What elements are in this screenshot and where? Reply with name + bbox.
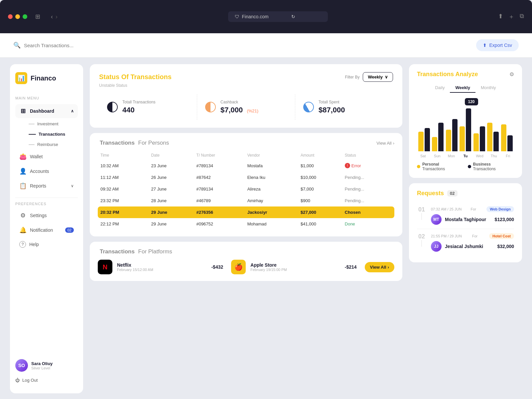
status-subtitle: Unstable Status bbox=[99, 83, 393, 88]
back-icon[interactable]: ‹ bbox=[51, 13, 53, 20]
request-amount: $32,000 bbox=[497, 244, 514, 249]
request-name: Mostafa Taghipour bbox=[445, 217, 486, 222]
export-icon: ⬆ bbox=[483, 43, 487, 48]
tx-date: 26 June bbox=[149, 172, 194, 183]
chart-tooltip: 120 bbox=[465, 98, 478, 105]
transactions-table: Time Date T/ Number Vendor Amount Status… bbox=[98, 151, 394, 230]
logout-button[interactable]: ⏻ Log Out bbox=[15, 375, 78, 385]
request-amount: $123,000 bbox=[495, 217, 514, 222]
help-icon: ? bbox=[19, 241, 26, 248]
tx-date: 29 June bbox=[149, 218, 194, 230]
stat-cashback-info: Cashback $7,000 (%21) bbox=[220, 100, 258, 114]
tx-number: #87642 bbox=[194, 172, 244, 183]
tab-weekly[interactable]: Weekly bbox=[450, 83, 475, 93]
tabs-icon[interactable]: ⧉ bbox=[520, 13, 524, 21]
chart-day-label: Sat bbox=[417, 154, 429, 158]
platform-apple: 🍎 Apple Store February 19/15:00 PM -$214 bbox=[231, 260, 356, 274]
col-time: Time bbox=[98, 151, 149, 160]
tab-daily[interactable]: Daily bbox=[430, 83, 450, 93]
sidebar-item-dashboard[interactable]: ⊞ Dashboard ∧ bbox=[15, 104, 78, 118]
stat-total-spent: Totall Spent $87,000 bbox=[295, 94, 393, 120]
minimize-button[interactable] bbox=[15, 14, 20, 19]
reimburse-label: Reimburse bbox=[37, 142, 58, 147]
apple-logo: 🍎 bbox=[231, 260, 246, 274]
requests-card: Requests 02 01 07:32 AM / 25 JUN For Web… bbox=[409, 183, 522, 262]
search-input[interactable] bbox=[24, 43, 124, 48]
tx-date: 23 June bbox=[149, 160, 194, 172]
share-icon[interactable]: ⬆ bbox=[498, 13, 503, 21]
stat-info: Totall Transactions 440 bbox=[122, 100, 155, 114]
transactions-persons-card: Transactions For Persons View All › Time… bbox=[90, 133, 402, 236]
sidebar-toggle-icon[interactable]: ⊞ bbox=[33, 12, 43, 22]
bar-group bbox=[501, 124, 513, 151]
analytics-title: Transactions Analyze bbox=[417, 71, 478, 78]
error-dot: ! bbox=[345, 163, 350, 168]
total-spent-icon bbox=[303, 102, 314, 112]
table-header-row: Transactions For Persons View All › bbox=[98, 140, 394, 146]
total-transactions-icon bbox=[107, 102, 118, 112]
tx-time: 22:12 PM bbox=[98, 218, 149, 230]
maximize-button[interactable] bbox=[23, 14, 27, 19]
view-all-persons-button[interactable]: View All › bbox=[376, 141, 394, 146]
tx-number: #789134 bbox=[194, 160, 244, 172]
chevron-reports-icon: ∨ bbox=[71, 184, 74, 188]
sidebar-item-help[interactable]: ? Help bbox=[15, 238, 78, 251]
forward-icon[interactable]: › bbox=[56, 13, 58, 20]
view-all-platforms-button[interactable]: View All › bbox=[365, 262, 394, 272]
tx-amount: $10,000 bbox=[298, 172, 342, 183]
sidebar-item-wallet[interactable]: 👛 Wallet bbox=[15, 150, 78, 164]
timeline-line bbox=[421, 213, 422, 220]
bell-icon: 🔔 bbox=[19, 226, 27, 234]
sidebar-item-accounts[interactable]: 👤 Accounts bbox=[15, 164, 78, 178]
tx-status: Done bbox=[342, 218, 394, 230]
tab-monthly[interactable]: Monthly bbox=[475, 83, 501, 93]
status-error: ! Error bbox=[345, 163, 392, 168]
sub-dot-icon bbox=[29, 124, 35, 124]
main-layout: 📊 Financo Main Menu ⊞ Dashboard ∧ Invest… bbox=[0, 58, 532, 399]
sidebar-item-notification[interactable]: 🔔 Notification 02 bbox=[15, 223, 78, 237]
sidebar-item-reports[interactable]: 📋 Reports ∨ bbox=[15, 179, 78, 193]
new-tab-icon[interactable]: ＋ bbox=[508, 13, 514, 21]
traffic-lights bbox=[8, 14, 27, 19]
export-csv-button[interactable]: ⬆ Export Csv bbox=[476, 39, 519, 51]
tx-time: 20:32 PM bbox=[98, 206, 149, 218]
search-left: 🔍 bbox=[13, 42, 124, 49]
bar-yellow bbox=[446, 130, 451, 151]
tx-status: Pending... bbox=[342, 172, 394, 183]
chart-day-label: Fri bbox=[502, 154, 514, 158]
bar-group bbox=[473, 126, 485, 151]
tx-vendor: Mohamad bbox=[245, 218, 298, 230]
sub-dot-reimburse-icon bbox=[29, 144, 35, 145]
chart-day-label: Mon bbox=[445, 154, 458, 158]
reload-icon[interactable]: ↻ bbox=[291, 14, 295, 19]
sidebar-item-reimburse[interactable]: Reimburse bbox=[26, 139, 78, 150]
chart-day-label: Thu bbox=[488, 154, 500, 158]
url-text: Financo.com bbox=[242, 14, 269, 19]
close-button[interactable] bbox=[8, 14, 13, 19]
platforms-title: Transactions For Platforms bbox=[98, 248, 172, 255]
sidebar-bottom: SO Sara Oliuy Silver Level ⏻ Log Out bbox=[15, 356, 78, 385]
user-avatar: SO bbox=[15, 359, 28, 372]
chevron-down-icon: ∨ bbox=[385, 74, 388, 79]
sidebar-item-settings[interactable]: ⚙ Settings bbox=[15, 208, 78, 222]
accounts-label: Accounts bbox=[30, 169, 49, 174]
analytics-filter-icon[interactable]: ⚙ bbox=[509, 71, 514, 77]
arrow-right-icon: › bbox=[393, 141, 394, 146]
bar-group bbox=[487, 123, 499, 151]
sidebar-item-investment[interactable]: Investment bbox=[26, 119, 78, 129]
menu-section-label: Main Menu bbox=[15, 96, 78, 100]
bar-dark bbox=[425, 128, 430, 151]
bar-dark bbox=[480, 126, 485, 151]
user-name: Sara Oliuy bbox=[31, 361, 53, 366]
user-info: Sara Oliuy Silver Level bbox=[31, 361, 53, 370]
sidebar: 📊 Financo Main Menu ⊞ Dashboard ∧ Invest… bbox=[10, 64, 83, 393]
sidebar-item-transactions[interactable]: Transactions bbox=[26, 129, 78, 139]
platforms-row: N Netflix February 15/12:00 AM -$432 🍎 A… bbox=[98, 260, 394, 274]
tx-number: #46789 bbox=[194, 195, 244, 206]
filter-row: Filter By Weekly ∨ bbox=[345, 72, 393, 82]
stat-spent-info: Totall Spent $87,000 bbox=[319, 100, 345, 114]
requests-header: Requests 02 bbox=[417, 190, 514, 197]
address-bar[interactable]: 🛡 Financo.com ↻ bbox=[228, 11, 328, 22]
filter-weekly-button[interactable]: Weekly ∨ bbox=[363, 72, 393, 82]
platforms-header: Transactions For Platforms bbox=[98, 248, 394, 255]
